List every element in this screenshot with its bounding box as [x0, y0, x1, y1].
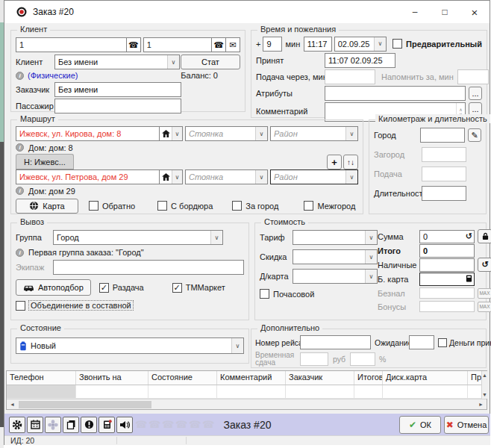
chevron-down-icon[interactable]: ∨ [167, 55, 179, 69]
customer-input[interactable] [54, 82, 181, 97]
remind-input[interactable] [457, 69, 489, 84]
scrollbar-thumb[interactable] [19, 401, 151, 408]
col-total[interactable]: Итоговая... [354, 371, 383, 385]
dcard-combobox[interactable]: ∨ [293, 269, 378, 284]
scroll-left-icon[interactable]: ◄ [10, 402, 15, 407]
stop1-combobox[interactable]: Стоянка ∨ [185, 126, 268, 141]
envelope-icon[interactable]: ✉ [225, 38, 240, 52]
horizontal-scrollbar[interactable]: ◄ ► [7, 399, 487, 409]
add-address-button[interactable]: + [327, 155, 342, 169]
chevron-down-icon[interactable]: ∨ [365, 231, 377, 244]
stop2-combobox[interactable]: Стоянка ∨ [185, 169, 268, 184]
speaker-icon[interactable] [116, 417, 133, 433]
nav-point-tab[interactable]: Н: Ижевс... [16, 154, 74, 169]
cell-phone[interactable] [7, 385, 76, 399]
state-combobox[interactable]: Новый ∨ [16, 337, 244, 354]
house-icon[interactable] [159, 170, 172, 184]
scroll-right-icon[interactable]: ► [478, 402, 484, 407]
cash-input[interactable] [419, 258, 475, 272]
col-discount-card[interactable]: Диск.карта [383, 371, 468, 385]
outoftown-checkbox[interactable] [232, 201, 242, 211]
flight-input[interactable] [300, 335, 371, 349]
group-combobox[interactable]: Город ∨ [53, 230, 223, 245]
chevron-down-icon[interactable]: ∨ [210, 231, 222, 244]
back-checkbox[interactable] [89, 201, 98, 211]
curb-checkbox[interactable] [157, 201, 167, 211]
suburb-km-input[interactable] [422, 147, 466, 162]
copy-icon[interactable] [63, 417, 79, 433]
close-button[interactable]: × [460, 1, 490, 23]
refresh-icon[interactable]: ↺ [466, 232, 472, 240]
cancel-button[interactable]: ✖Отмена [444, 416, 489, 434]
info-circle-icon[interactable] [81, 417, 97, 433]
client-combobox[interactable]: Без имени ∨ [54, 55, 180, 69]
cardphone-icon[interactable] [98, 417, 115, 433]
money-checkbox[interactable] [438, 338, 447, 347]
bonus-input[interactable] [419, 301, 475, 312]
minimize-button[interactable]: – [400, 1, 430, 23]
chevron-down-icon[interactable]: ∨ [231, 338, 243, 353]
crew-input[interactable] [53, 260, 244, 275]
phone-field-1[interactable]: 1 ☎ [16, 37, 141, 52]
chevron-down-icon[interactable]: ∨ [172, 170, 182, 184]
attributes-input[interactable] [325, 86, 466, 101]
pencil-icon[interactable]: ✎ [468, 128, 481, 142]
intercity-checkbox[interactable] [304, 201, 313, 211]
phone-icon[interactable]: ☎ [126, 38, 140, 52]
distribution-checkbox[interactable] [99, 283, 109, 293]
time-input[interactable] [304, 37, 332, 52]
col-phone[interactable]: Телефон [7, 371, 76, 385]
pickup-in-input[interactable] [325, 69, 375, 84]
waiting-input[interactable] [409, 335, 434, 349]
preliminary-checkbox[interactable] [393, 39, 402, 49]
duration-input[interactable] [422, 186, 466, 201]
district2-combobox[interactable]: Район ∨ [270, 169, 358, 184]
pickup-km-input[interactable] [422, 167, 466, 181]
chevron-down-icon[interactable]: ∨ [365, 270, 377, 283]
map-button[interactable]: Карта [16, 199, 78, 214]
table-row[interactable] [7, 385, 481, 399]
calendar-icon[interactable] [27, 417, 43, 433]
col-call-to[interactable]: Звонить на [76, 371, 148, 385]
phone-field-2[interactable]: 1 ☎ ✉ [143, 37, 240, 52]
passenger-input[interactable] [54, 99, 181, 113]
tmmarket-checkbox[interactable] [172, 283, 182, 293]
ok-button[interactable]: ✔ОК [399, 416, 441, 434]
maximize-button[interactable]: □ [430, 1, 460, 23]
total-input[interactable] [419, 244, 475, 258]
settings-gear-icon[interactable] [9, 417, 25, 433]
chevron-down-icon[interactable]: ∨ [374, 37, 386, 51]
address2-field[interactable]: Ижевск, ул. Петрова, дом 29 ∨ [16, 169, 183, 184]
phone-icon[interactable]: ☎ [211, 38, 225, 52]
scroll-down-icon[interactable]: ▼ [482, 392, 487, 397]
chevron-down-icon[interactable]: ∨ [345, 170, 357, 184]
accepted-input[interactable] [325, 53, 395, 68]
lock-icon[interactable] [478, 229, 491, 243]
vertical-scrollbar[interactable]: ▲ ▼ [481, 371, 487, 399]
phone2-value[interactable]: 1 [144, 40, 211, 49]
stat-button[interactable]: Стат [181, 55, 240, 69]
chevron-down-icon[interactable]: ∨ [345, 127, 357, 140]
address2-text[interactable]: Ижевск, ул. Петрова, дом 29 [16, 172, 159, 181]
house-icon[interactable] [159, 127, 172, 140]
cashless-input[interactable] [419, 287, 475, 299]
scroll-up-icon[interactable]: ▲ [482, 373, 487, 378]
sort-addresses-button[interactable]: ↑↓ [343, 155, 358, 169]
col-state[interactable]: Состояние [148, 371, 217, 385]
col-customer[interactable]: Заказчик [286, 371, 354, 385]
refresh-icon[interactable]: ↺ [478, 258, 491, 272]
fan-icon[interactable] [45, 417, 61, 433]
temp-change-input[interactable] [300, 352, 328, 366]
discount-combobox[interactable]: ∨ [293, 249, 378, 264]
chevron-down-icon[interactable]: ∨ [255, 127, 267, 140]
hourly-checkbox[interactable] [260, 289, 269, 299]
address1-text[interactable]: Ижевск, ул. Кирова, дом: 8 [16, 129, 159, 138]
chevron-down-icon[interactable]: ∨ [365, 250, 377, 264]
col-cut[interactable]: Пр [468, 371, 481, 385]
temp-change-percent-input[interactable] [350, 352, 375, 366]
bonus-max-button[interactable]: MAX [478, 302, 491, 312]
attributes-more-button[interactable]: ... [469, 87, 482, 100]
card-icon[interactable] [466, 275, 472, 284]
combine-checkbox[interactable] [16, 301, 25, 311]
tariff-combobox[interactable]: ∨ [293, 230, 378, 245]
